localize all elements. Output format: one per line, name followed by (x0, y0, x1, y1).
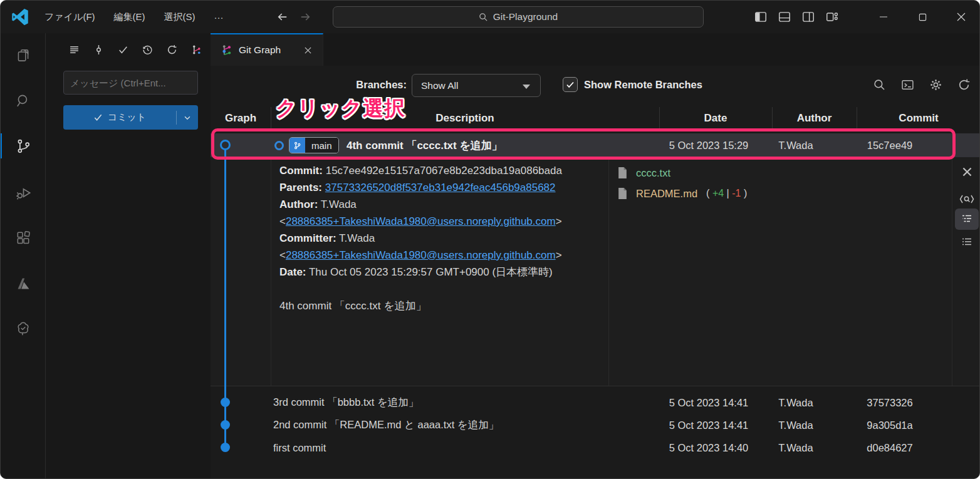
header-graph[interactable]: Graph (211, 103, 271, 133)
history-icon[interactable] (142, 44, 153, 55)
file-name: README.md (636, 188, 697, 200)
tab-bar: Git Graph (211, 33, 980, 66)
vscode-logo-icon[interactable] (11, 8, 29, 26)
show-remote-label: Show Remote Branches (584, 66, 702, 103)
paren-close: ) (741, 188, 747, 198)
commit-row[interactable]: first commit 5 Oct 2023 14:40 T.Wada d0e… (211, 436, 980, 459)
angle-open: < (279, 249, 286, 261)
commit-author: T.Wada (761, 414, 831, 436)
find-icon[interactable] (873, 78, 886, 91)
detail-date-line: Date: Thu Oct 05 2023 15:29:57 GMT+0900 … (279, 264, 562, 281)
scm-toolbar (46, 38, 206, 61)
todo-tree-icon[interactable] (1, 314, 46, 344)
commit-date: 5 Oct 2023 14:41 (643, 391, 774, 414)
commit-row[interactable]: 3rd commit 「bbbb.txt を追加」 5 Oct 2023 14:… (211, 391, 980, 414)
committer-label: Committer: (279, 232, 336, 244)
commit-dropdown-button[interactable] (177, 105, 198, 130)
menu-edit[interactable]: 編集(E) (107, 8, 153, 26)
tab-git-graph[interactable]: Git Graph (211, 33, 323, 66)
commit-row-selected[interactable]: main 4th commit 「cccc.txt を追加」 5 Oct 202… (211, 133, 980, 157)
detail-committer-line: Committer: T.Wada (279, 230, 562, 247)
file-row-cccc[interactable]: cccc.txt (618, 163, 670, 182)
file-list-view-icon[interactable] (955, 232, 979, 253)
explorer-icon[interactable] (1, 41, 46, 71)
menu-file[interactable]: ファイル(F) (37, 8, 103, 26)
additions-count: +4 (712, 188, 724, 198)
history-nav (276, 1, 311, 33)
parent-hash-link[interactable]: 37573326520d8f537eb31e942feac456b9a85682 (325, 182, 556, 193)
detail-author-email-line: <28886385+TakeshiWada1980@users.noreply.… (279, 213, 562, 230)
column-divider (271, 107, 271, 130)
detail-commit-line: Commit: 15c7ee492e15157a7067e8b2e23dba19… (279, 162, 562, 179)
paren-open: ( (706, 188, 712, 198)
azure-icon[interactable] (1, 269, 46, 299)
commit-body-message: 4th commit 「cccc.txt を追加」 (279, 297, 562, 314)
command-center-search[interactable]: Git-Playground (333, 6, 704, 28)
menu-more[interactable]: ··· (207, 9, 231, 26)
tab-close-icon[interactable] (300, 43, 315, 58)
layout-sidebar-left-icon[interactable] (754, 10, 768, 24)
author-email-link[interactable]: 28886385+TakeshiWada1980@users.noreply.g… (286, 215, 556, 227)
run-debug-icon[interactable] (1, 177, 46, 207)
maximize-button[interactable] (903, 1, 942, 33)
gear-icon[interactable] (929, 78, 942, 91)
commit-hash: 37573326 (848, 391, 931, 414)
detail-parents-line: Parents: 37573326520d8f537eb31e942feac45… (279, 179, 562, 196)
close-details-icon[interactable] (955, 161, 979, 182)
commit-node-selected[interactable] (220, 140, 231, 150)
document-icon (618, 188, 627, 199)
commit-node-icon[interactable] (93, 44, 104, 55)
panel-divider (952, 157, 952, 386)
file-row-readme[interactable]: README.md ( +4 | -1 ) (618, 184, 747, 203)
search-icon (479, 13, 488, 22)
menu-selection[interactable]: 選択(S) (157, 8, 203, 26)
commit-button[interactable]: コミット (63, 105, 198, 130)
view-as-list-icon[interactable] (69, 44, 80, 55)
panel-divider (608, 157, 609, 386)
commit-node[interactable] (221, 398, 230, 407)
header-date[interactable]: Date (659, 103, 772, 133)
commit-details-panel: Commit: 15c7ee492e15157a7067e8b2e23dba19… (211, 157, 980, 386)
source-control-icon[interactable] (1, 131, 46, 161)
vscode-window: ファイル(F) 編集(E) 選択(S) ··· Git-Playground (0, 0, 980, 479)
layout-sidebar-right-icon[interactable] (801, 10, 815, 24)
commit-hash: 15c7ee49 (848, 133, 931, 157)
layout-panel-icon[interactable] (778, 10, 791, 24)
commit-node[interactable] (221, 420, 230, 430)
minimize-button[interactable] (864, 1, 903, 33)
customize-layout-icon[interactable] (825, 10, 839, 24)
commit-node[interactable] (221, 443, 230, 452)
show-remote-checkbox[interactable] (563, 77, 578, 92)
close-button[interactable] (942, 1, 980, 33)
commit-date: 5 Oct 2023 15:29 (643, 133, 774, 157)
branches-dropdown-value: Show All (421, 80, 458, 91)
code-search-icon[interactable] (955, 188, 979, 210)
branches-dropdown[interactable]: Show All (412, 74, 541, 97)
column-divider (772, 107, 773, 130)
document-icon (618, 167, 627, 178)
search-view-icon[interactable] (1, 86, 46, 116)
column-divider (857, 107, 857, 130)
refresh-icon[interactable] (167, 44, 177, 55)
forward-arrow-icon[interactable] (299, 11, 311, 23)
refresh-icon[interactable] (957, 78, 971, 91)
commit-message: first commit (273, 436, 326, 459)
header-author[interactable]: Author (772, 103, 857, 133)
committer-email-link[interactable]: 28886385+TakeshiWada1980@users.noreply.g… (286, 249, 556, 261)
extensions-icon[interactable] (1, 224, 46, 254)
commit-author: T.Wada (761, 391, 831, 414)
terminal-icon[interactable] (901, 78, 914, 91)
chevron-down-icon (183, 113, 192, 122)
git-graph-view-icon[interactable] (191, 44, 202, 55)
check-icon[interactable] (118, 44, 128, 55)
commit-button-main[interactable]: コミット (63, 105, 176, 130)
file-tree-view-icon[interactable] (955, 209, 979, 230)
git-graph-tab-icon (221, 44, 232, 56)
header-commit[interactable]: Commit (857, 103, 980, 133)
commit-row[interactable]: 2nd commit 「README.md と aaaa.txt を追加」 5 … (211, 414, 980, 436)
back-arrow-icon[interactable] (276, 11, 289, 23)
annotation-label: クリック選択 (276, 95, 405, 123)
commit-message-input[interactable] (63, 71, 198, 95)
branch-label-main[interactable]: main (289, 137, 339, 153)
commit-full-hash: 15c7ee492e15157a7067e8b2e23dba19a086bada (326, 165, 562, 177)
